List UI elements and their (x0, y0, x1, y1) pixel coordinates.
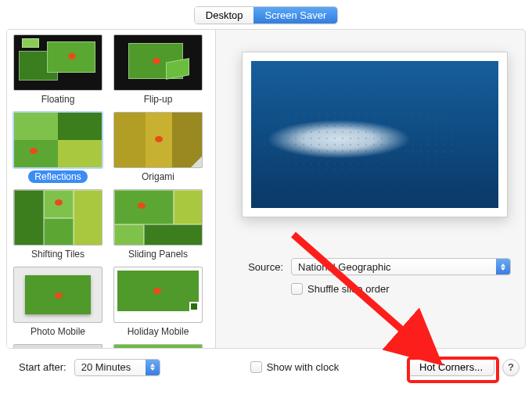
source-select[interactable]: National Geographic (291, 258, 511, 275)
screensaver-item-floating[interactable]: Floating (12, 34, 104, 106)
tab-screensaver[interactable]: Screen Saver (253, 7, 337, 23)
select-arrows-icon (146, 360, 160, 375)
select-arrows-icon (496, 259, 510, 274)
screensaver-label: Photo Mobile (24, 325, 92, 338)
source-value: National Geographic (298, 261, 496, 273)
screensaver-label: Holiday Mobile (121, 325, 196, 338)
source-label: Source: (238, 261, 283, 273)
show-clock-checkbox[interactable] (250, 361, 262, 373)
start-after-label: Start after: (19, 361, 66, 373)
preview-image (251, 61, 498, 208)
tab-bar: Desktop Screen Saver (0, 0, 532, 29)
start-after-select[interactable]: 20 Minutes (74, 359, 160, 376)
shuffle-label: Shuffle slide order (307, 283, 390, 295)
preview-pane: Source: National Geographic Shuffle slid… (216, 30, 525, 348)
screensaver-item-sliding[interactable]: Sliding Panels (112, 189, 204, 260)
screensaver-label: Shifting Tiles (25, 248, 91, 260)
screensaver-item-shifting[interactable]: Shifting Tiles (12, 189, 104, 260)
main-panel: Floating Flip-up Reflections Origami Shi… (6, 29, 526, 349)
screensaver-label: Sliding Panels (122, 248, 194, 260)
segmented-control: Desktop Screen Saver (194, 6, 338, 24)
screensaver-item-holiday-mobile[interactable]: Holiday Mobile (112, 267, 204, 338)
screensaver-item-flipup[interactable]: Flip-up (112, 34, 204, 106)
tab-desktop[interactable]: Desktop (195, 7, 254, 23)
screensaver-item-photo-mobile[interactable]: Photo Mobile (12, 267, 104, 338)
screensaver-list[interactable]: Floating Flip-up Reflections Origami Shi… (7, 30, 216, 348)
screensaver-item-partial-2[interactable] (112, 344, 204, 348)
hot-corners-button[interactable]: Hot Corners... (408, 358, 494, 376)
start-after-value: 20 Minutes (81, 361, 146, 373)
screensaver-label: Floating (35, 93, 81, 106)
screensaver-item-partial-1[interactable] (12, 344, 104, 348)
screensaver-item-reflections[interactable]: Reflections (12, 112, 104, 183)
screensaver-label: Reflections (28, 170, 87, 183)
screensaver-label: Flip-up (138, 93, 179, 106)
screensaver-item-origami[interactable]: Origami (112, 112, 204, 183)
help-button[interactable]: ? (502, 359, 519, 376)
bottom-bar: Start after: 20 Minutes Show with clock … (0, 349, 532, 376)
screensaver-preview (242, 52, 508, 217)
shuffle-checkbox[interactable] (291, 283, 303, 295)
show-clock-label: Show with clock (267, 361, 339, 373)
screensaver-label: Origami (135, 170, 181, 183)
